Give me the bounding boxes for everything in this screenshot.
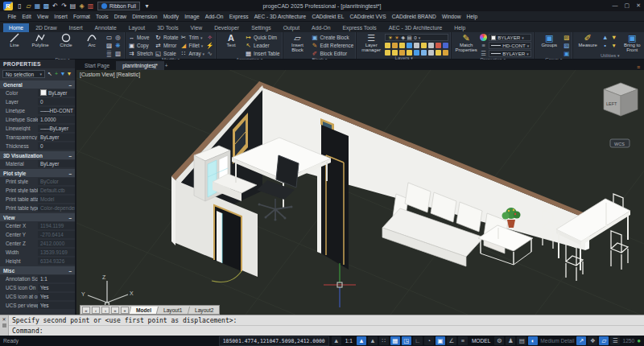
layer-tool-icon[interactable] [399,50,405,56]
restore-button[interactable]: ▢ [625,2,630,9]
ribbon-tab[interactable]: Express Tools [337,23,382,32]
status-toggle-icon[interactable]: ❖ [588,336,597,345]
menu-item[interactable]: File [5,14,19,19]
color-wheel-icon[interactable] [480,34,487,41]
ribbon-tab[interactable]: Help [448,23,471,32]
draw-tool-icon[interactable]: ▨ [105,42,113,49]
qat-overflow-icon[interactable]: ▾ [142,2,151,10]
group-tool-icon[interactable]: ▧ [563,42,570,49]
layer-state-icon[interactable]: ☀ [387,34,393,41]
viewport-mode-label[interactable]: [Custom View] [Realistic] [80,72,140,77]
layer-tool-icon[interactable] [407,43,412,48]
qat-icon[interactable]: ↶ [51,2,60,10]
qat-icon[interactable]: ▱ [24,2,33,10]
model-space-button[interactable]: MODEL [470,338,492,344]
section-header[interactable]: General– [0,80,75,89]
layer-tool-icon[interactable] [428,50,434,56]
selection-dropdown[interactable]: No selection ▾ [2,70,45,78]
modify-extra-icon[interactable]: ⚡ [206,42,213,49]
property-value[interactable]: 1:1 [38,275,75,283]
layer-tool-icon[interactable] [385,50,390,56]
status-toggle-icon[interactable]: ▦ [390,336,400,345]
tab-close-icon[interactable]: ✕ [153,64,160,70]
lineweight-combo[interactable]: BYLAYER▾ [489,50,531,57]
close-icon[interactable]: ✕ [2,316,6,322]
line-button[interactable]: Line [2,33,27,47]
annotation-tripod-icon[interactable]: ▲ [332,336,341,345]
layer-tool-icon[interactable] [385,43,390,48]
circle-button[interactable]: Circle [54,33,78,47]
linetype-combo[interactable]: HD-CONT▾ [489,42,531,49]
menu-item[interactable]: Format [70,14,93,19]
collapse-icon[interactable]: – [68,268,72,274]
text-button[interactable]: A Text [219,33,243,47]
menu-item[interactable]: Dimension [130,14,160,19]
match-properties-button[interactable]: ✎ Match Properties [454,33,478,53]
layout-nav-button[interactable]: » [111,307,119,314]
menu-item[interactable]: CADdirekt BRAND [389,14,439,19]
layer-tool-icon[interactable] [407,50,412,56]
annotation-button[interactable]: ▦Insert Table [245,50,279,57]
section-header[interactable]: View– [0,213,75,221]
property-value[interactable]: ByLayer [38,134,75,142]
layer-tool-icon[interactable] [443,43,448,48]
close-button[interactable]: ✕ [636,2,641,9]
status-toggle-icon[interactable]: ◔ [424,336,434,345]
ribbon-tab[interactable]: Annotate [89,23,122,32]
section-header[interactable]: Plot style– [0,169,75,177]
property-value[interactable]: ByLayer [38,160,75,168]
property-value[interactable]: HD-CONT [38,107,75,115]
ribbon-tab[interactable]: 2D Draw [30,23,62,32]
ribbon-tab[interactable]: Developer [208,23,245,32]
property-value[interactable]: 0 [38,98,75,106]
ribbon-mode-select[interactable]: Ribbon Full [97,2,140,10]
color-combo[interactable]: BYLAYER▾ [489,34,531,41]
linetype-list-icon[interactable]: ≡ [480,42,487,49]
insert-block-button[interactable]: ▱ Insert Block [286,33,310,53]
ribbon-tab[interactable]: Settings [246,23,277,32]
coordinates-display[interactable]: 185001.4774,121047.5098,2412.0000 [219,336,329,346]
measure-button[interactable]: ✐ Measure [576,33,600,47]
layer-tool-icon[interactable] [414,50,419,56]
menu-item[interactable]: Draw [111,14,130,19]
ribbon-tab[interactable]: Add-On [306,23,336,32]
palette-tool-icon[interactable]: + [53,71,60,77]
qat-icon[interactable]: ▤ [68,2,77,10]
status-toggle-icon[interactable]: ≡ [458,336,468,345]
detail-level-label[interactable]: Medium Detail [540,338,574,344]
property-value[interactable]: Yes [38,293,75,301]
menu-item[interactable]: Help [464,14,481,19]
layer-tool-icon[interactable] [414,43,419,48]
modify-button[interactable]: ◱Scale [155,50,179,57]
status-toggle-icon[interactable]: ◳ [402,336,411,345]
status-toggle-icon[interactable]: ▲ [368,336,378,345]
draw-tool-icon[interactable]: ◎ [114,34,122,41]
modify-button[interactable]: ◢Fillet▾ [180,42,205,49]
polyline-button[interactable]: Polyline [28,33,52,47]
layout-tab[interactable]: Layout2 [187,307,220,314]
status-toggle-icon[interactable]: ▲ [357,336,366,345]
menu-item[interactable]: AEC - 3D Architecture [251,14,309,19]
layer-combo[interactable]: ☀☀◈▤ 0 ▾ [385,34,448,41]
group-tool-icon[interactable]: ▨ [563,34,570,41]
dock-icon[interactable] [2,323,6,327]
qat-icon[interactable]: ↷ [60,2,68,10]
ribbon-tab[interactable]: 3D Tools [151,23,184,32]
collapse-icon[interactable]: – [68,82,72,88]
draw-tool-icon[interactable]: ❋ [114,42,122,49]
menu-item[interactable]: Edit [19,14,35,19]
layer-tool-icon[interactable] [443,50,448,56]
layout-tab[interactable]: Layout1 [156,307,189,314]
menu-item[interactable]: Express [226,14,251,19]
annotation-button[interactable]: ↦Quick Dim [245,34,279,41]
property-value[interactable]: Yes [38,302,75,310]
property-value[interactable]: ByLayer [38,125,75,133]
panel-label-utilities[interactable]: Utilities [601,53,616,58]
menu-item[interactable]: Tools [93,14,112,19]
menu-item[interactable]: Insert [52,14,71,19]
layer-tool-icon[interactable] [392,50,398,56]
utility-tool-icon[interactable]: ▲ [601,34,609,41]
layer-tool-icon[interactable] [421,50,427,56]
layout-tab[interactable]: Model [129,307,158,314]
modify-button[interactable]: ⇉Stretch [128,50,153,57]
